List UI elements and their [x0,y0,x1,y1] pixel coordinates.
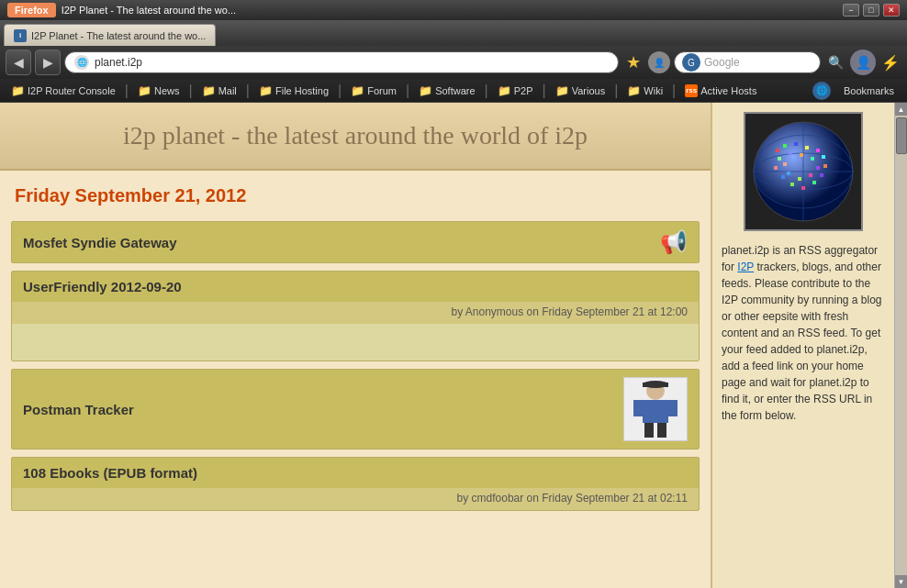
i2p-link[interactable]: I2P [737,261,754,273]
post-title-bar: Mosfet Syndie Gateway 📢 [12,222,699,262]
bookmark-label: Forum [367,85,397,96]
svg-rect-16 [805,146,809,150]
separator: | [485,83,488,99]
post-userfriendly: UserFriendly 2012-09-20 by Anonymous on … [11,271,700,361]
post-title[interactable]: Postman Tracker [23,402,134,417]
post-content-area [12,324,699,361]
svg-rect-14 [783,144,787,148]
globe-svg [748,116,858,227]
profile-button[interactable]: 👤 [850,50,876,75]
bookmark-star[interactable]: ★ [622,51,644,73]
post-title[interactable]: Mosfet Syndie Gateway [23,235,177,250]
nav-right: 👤 G Google 🔍 👤 ⚡ [648,50,901,75]
postman-image [623,377,688,441]
svg-rect-15 [794,142,798,146]
bookmarks-globe[interactable]: 🌐 [812,82,831,100]
post-title-bar: Postman Tracker [12,370,699,449]
search-bar[interactable]: G Google [674,51,821,73]
title-bar-controls: − □ ✕ [843,4,900,17]
scroll-thumb[interactable] [896,117,907,154]
post-mosfet: Mosfet Syndie Gateway 📢 [11,221,700,263]
svg-rect-7 [657,423,666,438]
bookmark-various[interactable]: 📁 Various [550,83,610,99]
post-title[interactable]: 108 Ebooks (EPUB format) [23,465,197,481]
bookmark-p2p[interactable]: 📁 P2P [492,83,539,99]
search-engine-icon: G [682,53,700,72]
restore-button[interactable]: □ [863,4,879,17]
main-column: i2p planet - the latest around the world… [0,103,711,588]
separator: | [188,83,192,99]
svg-rect-23 [790,183,794,186]
page-title-section: i2p planet - the latest around the world… [0,103,711,171]
scrollbar[interactable]: ▲ ▼ [894,103,907,588]
post-ebooks: 108 Ebooks (EPUB format) by cmdfoobar on… [11,457,700,511]
svg-rect-4 [633,400,643,416]
minimize-button[interactable]: − [843,4,859,17]
right-sidebar: planet.i2p is an RSS aggregator for I2P … [711,103,894,588]
active-tab[interactable]: i I2P Planet - The latest around the wo.… [4,24,216,46]
date-heading: Friday September 21, 2012 [0,171,711,214]
separator: | [125,83,129,99]
svg-rect-32 [798,177,801,181]
svg-rect-26 [778,157,781,161]
url-bar[interactable]: 🌐 planet.i2p [64,51,619,73]
bookmark-forum[interactable]: 📁 Forum [345,83,402,99]
bookmarks-right: 🌐 Bookmarks [812,82,901,100]
window-title: I2P Planet - The latest around the wo... [62,5,236,16]
post-megaphone-icon: 📢 [660,229,688,255]
separator: | [338,83,342,99]
scroll-up-button[interactable]: ▲ [895,103,908,116]
bookmark-label: Software [435,85,475,96]
separator: | [406,83,409,99]
post-meta: by Anonymous on Friday September 21 at 1… [12,302,699,324]
bookmark-label: P2P [514,85,533,96]
bookmark-label: I2P Router Console [28,85,116,96]
bookmarks-menu-label[interactable]: Bookmarks [836,83,901,98]
tab-title: I2P Planet - The latest around the wo... [31,30,206,41]
bookmark-mail[interactable]: 📁 Mail [196,83,242,99]
separator: | [543,83,546,99]
rss-icon: rss [685,84,698,97]
user-icon[interactable]: 👤 [648,51,670,73]
nav-extra-icon[interactable]: ⚡ [879,51,901,73]
bookmark-active-hosts[interactable]: rss Active Hosts [679,83,762,99]
bookmark-label: Wiki [644,85,663,96]
bookmark-news[interactable]: 📁 News [132,83,185,99]
firefox-menu[interactable]: Firefox [7,3,56,17]
bookmark-label: News [154,85,180,96]
post-title-bar: UserFriendly 2012-09-20 [12,272,699,302]
tab-favicon: i [14,29,27,42]
post-title[interactable]: UserFriendly 2012-09-20 [23,279,182,294]
bookmark-i2p-router-console[interactable]: 📁 I2P Router Console [6,83,121,99]
separator: | [246,83,250,99]
forward-button[interactable]: ▶ [35,50,61,75]
tab-bar: i I2P Planet - The latest around the wo.… [0,20,907,46]
svg-rect-28 [800,153,803,157]
svg-rect-34 [783,162,787,166]
bookmarks-bar: 📁 I2P Router Console | 📁 News | 📁 Mail |… [0,79,907,103]
folder-icon: 📁 [351,84,364,97]
bookmark-wiki[interactable]: 📁 Wiki [621,83,668,99]
svg-rect-31 [809,173,812,177]
svg-rect-19 [823,164,827,168]
bookmark-software[interactable]: 📁 Software [413,83,480,99]
svg-rect-21 [812,181,816,184]
back-button[interactable]: ◀ [6,50,31,75]
svg-rect-30 [816,166,820,170]
svg-rect-5 [668,400,677,416]
svg-rect-2 [643,383,668,387]
folder-icon: 📁 [202,84,216,97]
folder-icon: 📁 [419,84,432,97]
bookmark-file-hosting[interactable]: 📁 File Hosting [253,83,334,99]
folder-icon: 📁 [259,84,273,97]
svg-rect-3 [643,400,668,423]
svg-rect-20 [820,173,823,177]
close-button[interactable]: ✕ [883,4,900,17]
search-button[interactable]: 🔍 [824,51,846,73]
svg-rect-17 [816,149,820,152]
post-title-bar: 108 Ebooks (EPUB format) [12,458,699,488]
post-meta: by cmdfoobar on Friday September 21 at 0… [12,488,699,510]
bookmark-label: Mail [218,85,237,96]
svg-rect-33 [787,172,790,175]
scroll-down-button[interactable]: ▼ [895,575,908,588]
